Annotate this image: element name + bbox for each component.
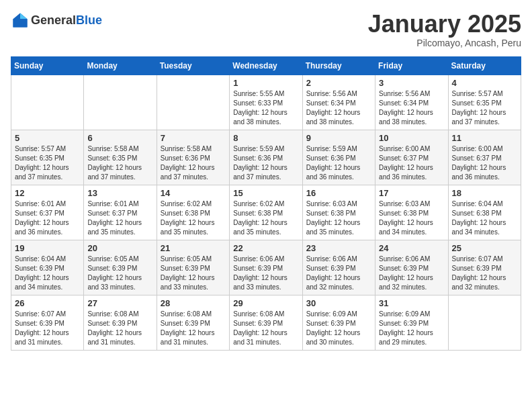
day-info: Sunrise: 5:56 AM Sunset: 6:34 PM Dayligh… <box>306 89 371 127</box>
calendar-cell: 25Sunrise: 6:07 AM Sunset: 6:39 PM Dayli… <box>448 240 521 295</box>
calendar-cell: 7Sunrise: 5:58 AM Sunset: 6:36 PM Daylig… <box>157 130 229 185</box>
day-number: 11 <box>452 133 517 143</box>
calendar-week-row: 26Sunrise: 6:07 AM Sunset: 6:39 PM Dayli… <box>11 295 521 350</box>
day-number: 4 <box>452 78 517 88</box>
calendar-cell: 12Sunrise: 6:01 AM Sunset: 6:37 PM Dayli… <box>11 185 84 240</box>
logo-text: GeneralBlue <box>31 13 102 28</box>
day-info: Sunrise: 6:07 AM Sunset: 6:39 PM Dayligh… <box>452 255 517 292</box>
day-number: 3 <box>379 78 444 88</box>
day-number: 29 <box>233 298 298 308</box>
calendar-cell: 1Sunrise: 5:55 AM Sunset: 6:33 PM Daylig… <box>230 75 302 130</box>
day-number: 14 <box>161 188 226 198</box>
day-number: 20 <box>87 243 152 253</box>
day-info: Sunrise: 6:03 AM Sunset: 6:38 PM Dayligh… <box>306 199 371 237</box>
day-number: 31 <box>379 298 444 308</box>
day-of-week-header: Tuesday <box>157 56 229 75</box>
calendar-week-row: 19Sunrise: 6:04 AM Sunset: 6:39 PM Dayli… <box>11 240 521 295</box>
day-info: Sunrise: 5:58 AM Sunset: 6:35 PM Dayligh… <box>87 144 152 182</box>
day-info: Sunrise: 6:02 AM Sunset: 6:38 PM Dayligh… <box>233 199 298 237</box>
calendar-cell <box>157 75 229 130</box>
day-number: 9 <box>306 133 371 143</box>
calendar-cell: 22Sunrise: 6:06 AM Sunset: 6:39 PM Dayli… <box>230 240 302 295</box>
day-info: Sunrise: 5:57 AM Sunset: 6:35 PM Dayligh… <box>15 144 80 182</box>
logo: GeneralBlue <box>11 11 102 30</box>
calendar-week-row: 12Sunrise: 6:01 AM Sunset: 6:37 PM Dayli… <box>11 185 521 240</box>
day-number: 25 <box>452 243 517 253</box>
svg-rect-2 <box>13 19 28 27</box>
calendar-cell: 29Sunrise: 6:08 AM Sunset: 6:39 PM Dayli… <box>230 295 302 350</box>
day-number: 5 <box>15 133 80 143</box>
calendar-cell: 20Sunrise: 6:05 AM Sunset: 6:39 PM Dayli… <box>84 240 157 295</box>
day-number: 18 <box>452 188 517 198</box>
day-info: Sunrise: 6:06 AM Sunset: 6:39 PM Dayligh… <box>306 255 371 292</box>
calendar-cell <box>448 295 521 350</box>
calendar-cell <box>11 75 84 130</box>
calendar-cell: 4Sunrise: 5:57 AM Sunset: 6:35 PM Daylig… <box>448 75 521 130</box>
day-info: Sunrise: 6:00 AM Sunset: 6:37 PM Dayligh… <box>452 144 517 182</box>
calendar-week-row: 1Sunrise: 5:55 AM Sunset: 6:33 PM Daylig… <box>11 75 521 130</box>
day-info: Sunrise: 6:06 AM Sunset: 6:39 PM Dayligh… <box>233 255 298 292</box>
day-info: Sunrise: 5:58 AM Sunset: 6:36 PM Dayligh… <box>161 144 226 182</box>
day-number: 21 <box>161 243 226 253</box>
calendar-cell: 14Sunrise: 6:02 AM Sunset: 6:38 PM Dayli… <box>157 185 229 240</box>
day-number: 13 <box>87 188 152 198</box>
day-of-week-header: Sunday <box>11 56 84 75</box>
day-number: 23 <box>306 243 371 253</box>
day-info: Sunrise: 6:01 AM Sunset: 6:37 PM Dayligh… <box>15 199 80 237</box>
day-number: 30 <box>306 298 371 308</box>
day-number: 24 <box>379 243 444 253</box>
calendar-cell: 11Sunrise: 6:00 AM Sunset: 6:37 PM Dayli… <box>448 130 521 185</box>
calendar-cell: 30Sunrise: 6:09 AM Sunset: 6:39 PM Dayli… <box>302 295 375 350</box>
day-info: Sunrise: 6:00 AM Sunset: 6:37 PM Dayligh… <box>379 144 444 182</box>
calendar-cell: 21Sunrise: 6:05 AM Sunset: 6:39 PM Dayli… <box>157 240 229 295</box>
day-number: 1 <box>233 78 298 88</box>
calendar-table: SundayMondayTuesdayWednesdayThursdayFrid… <box>11 56 521 351</box>
day-number: 26 <box>15 298 80 308</box>
svg-marker-1 <box>20 13 28 19</box>
day-of-week-header: Thursday <box>302 56 375 75</box>
day-info: Sunrise: 6:05 AM Sunset: 6:39 PM Dayligh… <box>87 255 152 292</box>
month-title: January 2025 <box>368 11 521 38</box>
day-number: 12 <box>15 188 80 198</box>
day-info: Sunrise: 5:59 AM Sunset: 6:36 PM Dayligh… <box>233 144 298 182</box>
day-info: Sunrise: 6:08 AM Sunset: 6:39 PM Dayligh… <box>233 310 298 347</box>
calendar-cell: 5Sunrise: 5:57 AM Sunset: 6:35 PM Daylig… <box>11 130 84 185</box>
day-info: Sunrise: 6:08 AM Sunset: 6:39 PM Dayligh… <box>87 310 152 347</box>
calendar-cell: 27Sunrise: 6:08 AM Sunset: 6:39 PM Dayli… <box>84 295 157 350</box>
calendar-cell: 6Sunrise: 5:58 AM Sunset: 6:35 PM Daylig… <box>84 130 157 185</box>
day-number: 6 <box>87 133 152 143</box>
day-number: 16 <box>306 188 371 198</box>
logo-blue: Blue <box>76 13 102 27</box>
calendar-cell: 19Sunrise: 6:04 AM Sunset: 6:39 PM Dayli… <box>11 240 84 295</box>
calendar-cell <box>84 75 157 130</box>
day-info: Sunrise: 5:55 AM Sunset: 6:33 PM Dayligh… <box>233 89 298 127</box>
day-info: Sunrise: 6:07 AM Sunset: 6:39 PM Dayligh… <box>15 310 80 347</box>
day-of-week-header: Saturday <box>448 56 521 75</box>
calendar-header-row: SundayMondayTuesdayWednesdayThursdayFrid… <box>11 56 521 75</box>
day-info: Sunrise: 6:02 AM Sunset: 6:38 PM Dayligh… <box>161 199 226 237</box>
day-info: Sunrise: 6:08 AM Sunset: 6:39 PM Dayligh… <box>161 310 226 347</box>
day-info: Sunrise: 6:03 AM Sunset: 6:38 PM Dayligh… <box>379 199 444 237</box>
calendar-cell: 3Sunrise: 5:56 AM Sunset: 6:34 PM Daylig… <box>375 75 448 130</box>
day-info: Sunrise: 5:56 AM Sunset: 6:34 PM Dayligh… <box>379 89 444 127</box>
day-info: Sunrise: 6:04 AM Sunset: 6:39 PM Dayligh… <box>15 255 80 292</box>
calendar-cell: 10Sunrise: 6:00 AM Sunset: 6:37 PM Dayli… <box>375 130 448 185</box>
day-of-week-header: Monday <box>84 56 157 75</box>
day-of-week-header: Wednesday <box>230 56 302 75</box>
day-number: 17 <box>379 188 444 198</box>
calendar-cell: 13Sunrise: 6:01 AM Sunset: 6:37 PM Dayli… <box>84 185 157 240</box>
day-number: 27 <box>87 298 152 308</box>
page-header: GeneralBlue January 2025 Pilcomayo, Anca… <box>11 11 521 48</box>
logo-icon <box>11 11 30 30</box>
day-of-week-header: Friday <box>375 56 448 75</box>
calendar-week-row: 5Sunrise: 5:57 AM Sunset: 6:35 PM Daylig… <box>11 130 521 185</box>
calendar-cell: 17Sunrise: 6:03 AM Sunset: 6:38 PM Dayli… <box>375 185 448 240</box>
day-info: Sunrise: 5:59 AM Sunset: 6:36 PM Dayligh… <box>306 144 371 182</box>
calendar-cell: 24Sunrise: 6:06 AM Sunset: 6:39 PM Dayli… <box>375 240 448 295</box>
day-number: 22 <box>233 243 298 253</box>
calendar-cell: 2Sunrise: 5:56 AM Sunset: 6:34 PM Daylig… <box>302 75 375 130</box>
calendar-cell: 8Sunrise: 5:59 AM Sunset: 6:36 PM Daylig… <box>230 130 302 185</box>
calendar-cell: 23Sunrise: 6:06 AM Sunset: 6:39 PM Dayli… <box>302 240 375 295</box>
day-info: Sunrise: 5:57 AM Sunset: 6:35 PM Dayligh… <box>452 89 517 127</box>
day-info: Sunrise: 6:04 AM Sunset: 6:38 PM Dayligh… <box>452 199 517 237</box>
